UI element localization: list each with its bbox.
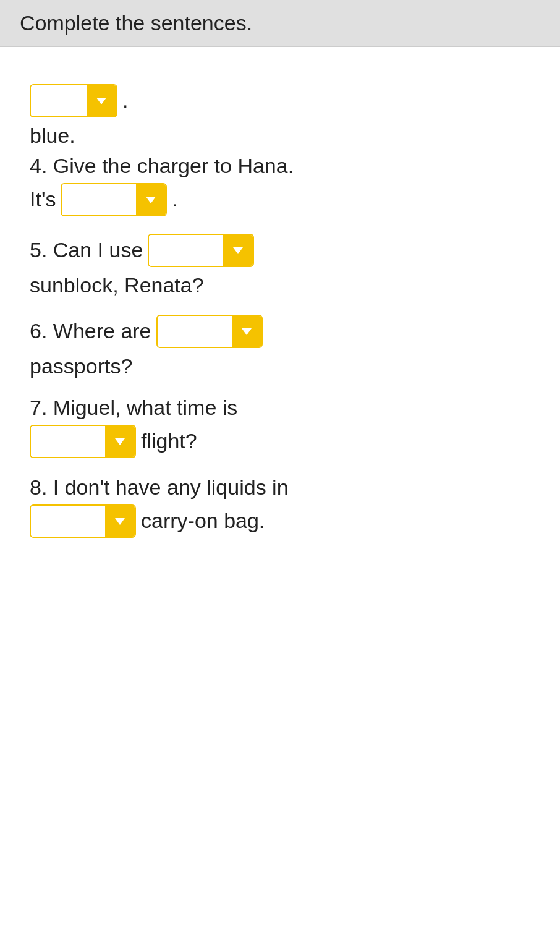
- sentence-8-line: carry-on bag.: [30, 504, 530, 538]
- sentence-partial-line: .: [30, 84, 530, 117]
- svg-marker-1: [146, 197, 156, 203]
- sentence-5-before: 5. Can I use: [30, 236, 143, 265]
- sentence-block-6: 6. Where are passports?: [30, 315, 530, 378]
- dropdown-partial-btn[interactable]: [87, 85, 116, 116]
- dropdown-6[interactable]: [156, 315, 263, 348]
- main-content: . blue. 4. Give the charger to Hana. It'…: [0, 47, 560, 928]
- svg-marker-3: [242, 328, 252, 335]
- svg-marker-2: [233, 247, 243, 254]
- sentence-block-5: 5. Can I use sunblock, Renata?: [30, 234, 530, 297]
- dropdown-7-btn[interactable]: [105, 426, 135, 457]
- sentence-block-8: 8. I don't have any liquids in carry-on …: [30, 475, 530, 538]
- dropdown-4-btn[interactable]: [136, 184, 166, 215]
- dropdown-8[interactable]: [30, 504, 136, 538]
- dropdown-8-input[interactable]: [31, 506, 105, 537]
- sentence-8-after: carry-on bag.: [141, 506, 265, 536]
- dropdown-7-input[interactable]: [31, 426, 105, 457]
- sentence-7-line: flight?: [30, 425, 530, 458]
- sentence-6-line: 6. Where are: [30, 315, 530, 348]
- sentence-6-continuation: passports?: [30, 354, 530, 378]
- dropdown-partial[interactable]: [30, 84, 117, 117]
- page-header: Complete the sentences.: [0, 0, 560, 47]
- dropdown-4-input[interactable]: [62, 184, 136, 215]
- dropdown-6-input[interactable]: [158, 316, 232, 347]
- sentence-8-label: 8. I don't have any liquids in: [30, 475, 530, 500]
- partial-continuation: blue.: [30, 124, 530, 148]
- dropdown-8-btn[interactable]: [105, 506, 135, 537]
- dropdown-6-btn[interactable]: [232, 316, 261, 347]
- sentence-4-line: It's .: [30, 183, 530, 216]
- svg-marker-5: [115, 518, 125, 525]
- dropdown-5-btn[interactable]: [223, 235, 253, 266]
- sentence-7-label: 7. Miguel, what time is: [30, 396, 530, 420]
- dropdown-5[interactable]: [148, 234, 254, 267]
- dropdown-5-input[interactable]: [149, 235, 223, 266]
- sentence-block-4: 4. Give the charger to Hana. It's .: [30, 154, 530, 216]
- sentence-4-after: .: [172, 185, 177, 215]
- sentence-5-line: 5. Can I use: [30, 234, 530, 267]
- sentence-block-7: 7. Miguel, what time is flight?: [30, 396, 530, 458]
- sentence-block-partial: . blue.: [30, 84, 530, 148]
- dropdown-7[interactable]: [30, 425, 136, 458]
- sentence-4-before: It's: [30, 185, 56, 215]
- svg-marker-0: [96, 98, 106, 104]
- sentence-4-label: 4. Give the charger to Hana.: [30, 154, 530, 178]
- header-title: Complete the sentences.: [20, 11, 252, 35]
- sentence-6-before: 6. Where are: [30, 317, 151, 346]
- dropdown-4[interactable]: [61, 183, 167, 216]
- dropdown-partial-input[interactable]: [31, 85, 87, 116]
- svg-marker-4: [115, 438, 125, 445]
- partial-dot: .: [122, 86, 128, 116]
- sentence-5-continuation: sunblock, Renata?: [30, 273, 530, 297]
- sentence-7-after: flight?: [141, 427, 197, 456]
